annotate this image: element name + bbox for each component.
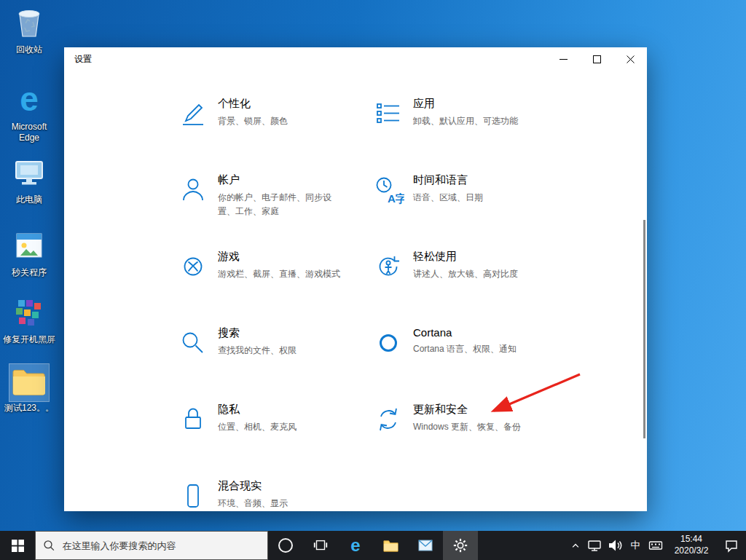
close-button[interactable]	[613, 47, 647, 71]
minimize-icon	[560, 55, 568, 63]
clock-time: 15:44	[666, 534, 717, 545]
ease-of-access-icon	[372, 251, 404, 283]
category-apps[interactable]: 应用 卸载、默认应用、可选功能	[372, 97, 568, 173]
desktop-icon-app-shutdown[interactable]: 秒关程序	[3, 227, 55, 278]
start-button[interactable]	[0, 531, 35, 560]
svg-text:A字: A字	[388, 192, 404, 205]
tray-volume-button[interactable]	[605, 531, 625, 560]
speaker-icon	[608, 538, 622, 553]
category-desc: 位置、相机、麦克风	[218, 420, 297, 434]
category-personalization[interactable]: 个性化 背景、锁屏、颜色	[177, 97, 372, 173]
desktop-icon-test-folder[interactable]: 测试123。。	[3, 364, 55, 414]
tray-clock[interactable]: 15:44 2020/3/2	[666, 531, 717, 560]
category-text: 隐私 位置、相机、麦克风	[218, 403, 297, 434]
search-icon	[177, 327, 209, 359]
category-title: 游戏	[218, 250, 340, 264]
taskbar-settings-button[interactable]	[443, 531, 478, 560]
category-title: 应用	[413, 97, 518, 111]
category-desc: 游戏栏、截屏、直播、游戏模式	[218, 267, 340, 281]
category-title: 混合现实	[218, 479, 288, 493]
minimize-button[interactable]	[546, 47, 580, 71]
category-text: 更新和安全 Windows 更新、恢复、备份	[413, 403, 521, 434]
category-privacy[interactable]: 隐私 位置、相机、麦克风	[177, 403, 372, 479]
privacy-lock-icon	[177, 403, 209, 435]
category-desc: 讲述人、放大镜、高对比度	[413, 267, 518, 281]
taskbar-search-input[interactable]	[61, 540, 261, 552]
desktop-icon-recycle-bin[interactable]: 回收站	[3, 4, 55, 55]
folder-icon	[9, 364, 49, 401]
maximize-button[interactable]	[580, 47, 613, 71]
tray-touch-keyboard-button[interactable]	[645, 531, 666, 560]
category-time-language[interactable]: A字 时间和语言 语音、区域、日期	[372, 173, 568, 250]
accounts-icon	[177, 174, 209, 206]
taskbar-search-box[interactable]	[35, 531, 268, 560]
category-title: 帐户	[218, 173, 346, 187]
scrollbar-thumb[interactable]	[643, 220, 645, 438]
category-title: 隐私	[218, 403, 297, 417]
svg-text:e: e	[350, 536, 360, 555]
category-text: 个性化 背景、锁屏、颜色	[218, 97, 288, 128]
category-text: Cortana Cortana 语言、权限、通知	[413, 326, 517, 356]
category-title: 搜索	[218, 326, 297, 340]
category-cortana[interactable]: Cortana Cortana 语言、权限、通知	[372, 326, 568, 403]
desktop-icon-label: 此电脑	[16, 194, 42, 205]
cortana-button[interactable]	[268, 531, 303, 560]
category-gaming[interactable]: 游戏 游戏栏、截屏、直播、游戏模式	[177, 250, 372, 326]
category-text: 游戏 游戏栏、截屏、直播、游戏模式	[218, 250, 340, 281]
category-text: 应用 卸载、默认应用、可选功能	[413, 97, 518, 128]
taskbar-edge-button[interactable]: e	[338, 531, 373, 560]
category-text: 时间和语言 语音、区域、日期	[413, 173, 483, 205]
category-text: 搜索 查找我的文件、权限	[218, 326, 297, 358]
pixel-app-icon	[11, 294, 47, 333]
desktop-icon-edge[interactable]: e Microsoft Edge	[3, 80, 55, 143]
category-text: 混合现实 环境、音频、显示	[218, 479, 288, 510]
notification-icon	[724, 538, 739, 553]
desktop-icon-label: 秒关程序	[12, 267, 47, 278]
mail-icon	[417, 537, 433, 553]
tray-ime-button[interactable]: 中	[625, 531, 645, 560]
desktop-icon-label: 修复开机黑屏	[3, 334, 55, 345]
category-title: 时间和语言	[413, 173, 483, 187]
system-tray: 中 15:44 2020/3/2	[567, 531, 746, 560]
category-title: 轻松使用	[413, 250, 518, 264]
category-ease-of-access[interactable]: 轻松使用 讲述人、放大镜、高对比度	[372, 250, 568, 326]
settings-category-grid: 个性化 背景、锁屏、颜色 应用 卸载、默认应用、可选功能	[177, 97, 568, 556]
gaming-xbox-icon	[177, 251, 209, 283]
task-view-button[interactable]	[303, 531, 338, 560]
desktop-icon-this-pc[interactable]: 此电脑	[3, 154, 55, 205]
tray-show-hidden-icons-button[interactable]	[567, 531, 584, 560]
ime-label: 中	[631, 539, 640, 552]
folder-icon	[382, 537, 399, 554]
category-search[interactable]: 搜索 查找我的文件、权限	[177, 326, 372, 403]
personalization-icon	[177, 98, 209, 130]
category-desc: 查找我的文件、权限	[218, 344, 297, 358]
category-title: Cortana	[413, 326, 517, 339]
taskbar-mail-button[interactable]	[408, 531, 443, 560]
keyboard-icon	[648, 538, 663, 553]
category-desc: 你的帐户、电子邮件、同步设置、工作、家庭	[218, 191, 346, 218]
app-window-icon	[11, 227, 47, 266]
category-desc: Cortana 语言、权限、通知	[413, 342, 517, 356]
edge-icon: e	[10, 80, 48, 120]
category-desc: 背景、锁屏、颜色	[218, 114, 288, 128]
tray-network-button[interactable]	[584, 531, 605, 560]
time-language-icon: A字	[372, 174, 404, 206]
mixed-reality-icon	[177, 480, 209, 512]
desktop-icon-label: Microsoft Edge	[3, 122, 55, 143]
cortana-circle-icon	[277, 537, 294, 554]
cortana-icon	[372, 327, 404, 359]
desktop-icon-fix-blackscreen[interactable]: 修复开机黑屏	[3, 294, 55, 345]
chevron-up-icon	[570, 541, 581, 550]
taskbar-explorer-button[interactable]	[373, 531, 408, 560]
settings-window: 设置	[64, 47, 647, 511]
taskbar: e	[0, 531, 746, 560]
desktop-icon-label: 回收站	[16, 44, 42, 55]
maximize-icon	[593, 55, 601, 63]
category-desc: Windows 更新、恢复、备份	[413, 420, 521, 434]
category-update-security[interactable]: 更新和安全 Windows 更新、恢复、备份	[372, 403, 568, 479]
action-center-button[interactable]	[717, 531, 746, 560]
category-accounts[interactable]: 帐户 你的帐户、电子邮件、同步设置、工作、家庭	[177, 173, 372, 250]
desktop: 回收站 e Microsoft Edge 此电脑	[0, 0, 746, 560]
category-desc: 环境、音频、显示	[218, 497, 288, 510]
category-desc: 卸载、默认应用、可选功能	[413, 114, 518, 128]
